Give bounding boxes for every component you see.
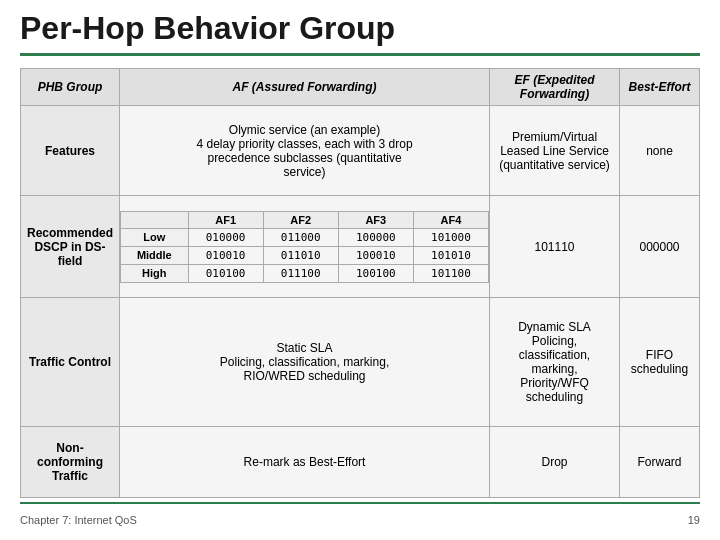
high-af3: 100100 — [338, 264, 413, 282]
af-header-row: AF1 AF2 AF3 AF4 — [121, 211, 489, 228]
traffic-label: Traffic Control — [21, 297, 120, 426]
traffic-af-text: Static SLAPolicing, classification, mark… — [220, 341, 389, 383]
dscp-high-row: High 010100 011100 100100 101100 — [121, 264, 489, 282]
af3-header: AF3 — [338, 211, 413, 228]
high-label: High — [121, 264, 189, 282]
features-label: Features — [21, 106, 120, 196]
high-af2: 011100 — [263, 264, 338, 282]
traffic-af: Static SLAPolicing, classification, mark… — [120, 297, 490, 426]
features-af-text: Olymic service (an example)4 delay prior… — [196, 123, 412, 179]
high-af4: 101100 — [413, 264, 488, 282]
dscp-af: AF1 AF2 AF3 AF4 Low 010000 011000 100000… — [120, 196, 490, 297]
middle-af2: 011010 — [263, 246, 338, 264]
header-ef: EF (Expedited Forwarding) — [490, 69, 620, 106]
low-af1: 010000 — [188, 228, 263, 246]
high-af1: 010100 — [188, 264, 263, 282]
middle-af3: 100010 — [338, 246, 413, 264]
dscp-ef: 101110 — [490, 196, 620, 297]
main-table: PHB Group AF (Assured Forwarding) EF (Ex… — [20, 68, 700, 498]
low-af4: 101000 — [413, 228, 488, 246]
dscp-low-row: Low 010000 011000 100000 101000 — [121, 228, 489, 246]
traffic-be: FIFOscheduling — [620, 297, 700, 426]
footer-line — [20, 502, 700, 504]
af4-header: AF4 — [413, 211, 488, 228]
features-row: Features Olymic service (an example)4 de… — [21, 106, 700, 196]
header-be: Best-Effort — [620, 69, 700, 106]
nonconforming-ef: Drop — [490, 427, 620, 498]
af-header-empty — [121, 211, 189, 228]
traffic-control-row: Traffic Control Static SLAPolicing, clas… — [21, 297, 700, 426]
dscp-label: RecommendedDSCP in DS-field — [21, 196, 120, 297]
page-footer: Chapter 7: Internet QoS 19 — [20, 510, 700, 530]
dscp-row: RecommendedDSCP in DS-field AF1 AF2 AF3 … — [21, 196, 700, 297]
low-af3: 100000 — [338, 228, 413, 246]
nonconforming-row: Non-conformingTraffic Re-mark as Best-Ef… — [21, 427, 700, 498]
nonconforming-af: Re-mark as Best-Effort — [120, 427, 490, 498]
page-title: Per-Hop Behavior Group — [20, 10, 700, 56]
traffic-be-text: FIFOscheduling — [631, 348, 688, 376]
middle-af1: 010010 — [188, 246, 263, 264]
page: Per-Hop Behavior Group PHB Group AF (Ass… — [0, 0, 720, 540]
features-be: none — [620, 106, 700, 196]
traffic-ef: Dynamic SLAPolicing, classification,mark… — [490, 297, 620, 426]
nonconforming-label: Non-conformingTraffic — [21, 427, 120, 498]
middle-af4: 101010 — [413, 246, 488, 264]
header-af: AF (Assured Forwarding) — [120, 69, 490, 106]
footer-page: 19 — [688, 514, 700, 526]
features-ef: Premium/Virtual Leased Line Service (qua… — [490, 106, 620, 196]
af2-header: AF2 — [263, 211, 338, 228]
af1-header: AF1 — [188, 211, 263, 228]
nonconforming-be: Forward — [620, 427, 700, 498]
dscp-inner-table: AF1 AF2 AF3 AF4 Low 010000 011000 100000… — [120, 211, 489, 283]
low-af2: 011000 — [263, 228, 338, 246]
low-label: Low — [121, 228, 189, 246]
dscp-middle-row: Middle 010010 011010 100010 101010 — [121, 246, 489, 264]
features-ef-text: Premium/Virtual Leased Line Service (qua… — [499, 130, 610, 172]
middle-label: Middle — [121, 246, 189, 264]
traffic-ef-text: Dynamic SLAPolicing, classification,mark… — [518, 320, 591, 404]
features-af: Olymic service (an example)4 delay prior… — [120, 106, 490, 196]
dscp-label-text: RecommendedDSCP in DS-field — [27, 226, 113, 268]
dscp-be: 000000 — [620, 196, 700, 297]
nonconforming-label-text: Non-conformingTraffic — [37, 441, 103, 483]
footer-chapter: Chapter 7: Internet QoS — [20, 514, 137, 526]
header-phb: PHB Group — [21, 69, 120, 106]
